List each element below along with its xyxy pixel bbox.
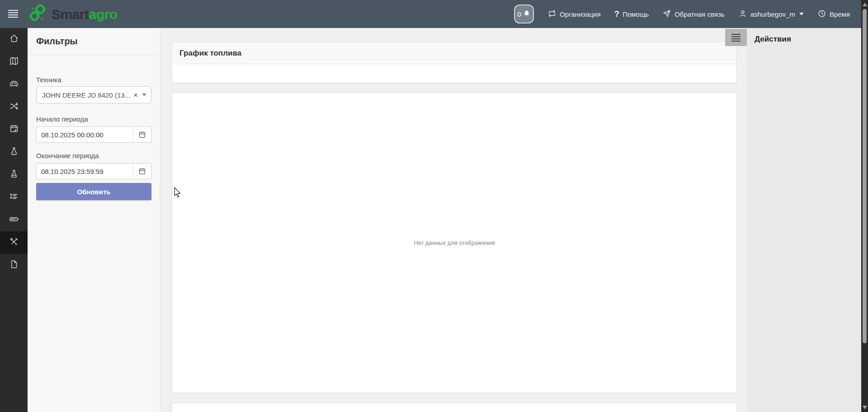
- actions-panel-toggle-button[interactable]: [725, 29, 747, 46]
- calendar-edit-icon: [9, 124, 19, 136]
- sidebar-item-agrochemistry[interactable]: [0, 141, 28, 164]
- repeat-icon: [547, 9, 557, 19]
- scrollbar-thumb[interactable]: [863, 9, 867, 343]
- filters-panel: Фильтры Техника JOHN DEERE JD 8420 (13..…: [28, 28, 160, 412]
- sidebar-item-tasks[interactable]: [0, 186, 28, 209]
- period-start-input[interactable]: [37, 127, 133, 142]
- clear-selection-icon[interactable]: ×: [133, 91, 138, 99]
- user-icon: [738, 9, 747, 19]
- period-end-field: [36, 163, 151, 179]
- bell-icon: [523, 9, 531, 19]
- chevron-down-icon: [799, 13, 804, 15]
- feedback-label: Обратная связь: [675, 10, 725, 18]
- time-menu-item[interactable]: Время: [817, 9, 850, 19]
- map-icon: [9, 56, 19, 68]
- period-start-label: Начало периода: [36, 115, 151, 123]
- notifications-button[interactable]: 0: [514, 5, 534, 23]
- app-window: Smartagro 0 Организация: [0, 0, 868, 412]
- chart-area: Нет данных для отображения: [172, 93, 737, 393]
- question-icon: ?: [614, 9, 620, 19]
- help-label: Помощь: [623, 10, 649, 18]
- sidebar-item-vehicles[interactable]: [0, 73, 28, 96]
- organization-label: Организация: [560, 10, 600, 18]
- flask-icon: [9, 146, 19, 158]
- top-navigation-bar: Smartagro 0 Организация: [0, 0, 868, 28]
- icon-sidebar: [0, 28, 28, 412]
- topbar-menu: 0 Организация ? Помощь: [514, 0, 850, 28]
- main-menu-icon[interactable]: [8, 10, 18, 19]
- list-icon: [9, 192, 19, 203]
- shuffle-icon: [9, 101, 19, 113]
- clock-icon: [817, 9, 826, 19]
- scroll-up-arrow-icon[interactable]: [863, 3, 867, 6]
- flask-alt-icon: [9, 169, 19, 181]
- refresh-button[interactable]: Обновить: [36, 183, 151, 200]
- calendar-icon: [138, 167, 146, 176]
- sidebar-item-sensors[interactable]: [0, 209, 28, 231]
- logo-text: Smartagro: [52, 7, 118, 22]
- filters-title: Фильтры: [28, 28, 160, 55]
- scroll-down-arrow-icon[interactable]: [863, 406, 867, 409]
- sidebar-item-service[interactable]: [0, 231, 28, 254]
- username: ashurbegov_m: [750, 10, 795, 18]
- time-label: Время: [830, 10, 850, 18]
- sidebar-item-planning[interactable]: [0, 118, 28, 141]
- actions-panel: Действия: [747, 28, 861, 412]
- actions-title: Действия: [747, 28, 861, 44]
- send-icon: [662, 9, 671, 19]
- period-end-label: Окончание периода: [36, 152, 151, 159]
- tools-icon: [9, 237, 19, 248]
- organization-menu-item[interactable]: Организация: [547, 9, 600, 19]
- help-menu-item[interactable]: ? Помощь: [614, 9, 649, 19]
- period-end-calendar-button[interactable]: [133, 164, 151, 179]
- bottom-card: [172, 403, 737, 412]
- sidebar-item-map[interactable]: [0, 51, 28, 73]
- sidebar-item-reports[interactable]: [0, 254, 28, 276]
- vertical-scrollbar[interactable]: [861, 0, 868, 412]
- sidebar-item-routes[interactable]: [0, 96, 28, 118]
- tehnika-select[interactable]: JOHN DEERE JD 8420 (13... ×: [36, 86, 151, 103]
- smartagro-logo-icon: [27, 3, 48, 26]
- period-start-calendar-button[interactable]: [133, 127, 151, 142]
- car-icon: [9, 79, 19, 90]
- document-icon: [9, 259, 19, 271]
- sidebar-item-home[interactable]: [0, 28, 28, 51]
- select-caret-icon: [142, 94, 146, 96]
- home-icon: [9, 33, 19, 45]
- period-start-field: [36, 126, 151, 143]
- no-data-message: Нет данных для отображения: [414, 239, 495, 246]
- period-end-input[interactable]: [37, 164, 133, 179]
- sidebar-item-samples[interactable]: [0, 164, 28, 186]
- notification-count: 0: [517, 10, 521, 18]
- calendar-icon: [138, 131, 146, 139]
- tehnika-selected-value: JOHN DEERE JD 8420 (13...: [42, 91, 132, 99]
- fuel-chart-title: График топлива: [172, 42, 736, 64]
- logo[interactable]: Smartagro: [27, 3, 118, 26]
- user-menu-item[interactable]: ashurbegov_m: [738, 9, 804, 19]
- hamburger-icon: [731, 34, 741, 35]
- feedback-menu-item[interactable]: Обратная связь: [662, 9, 725, 19]
- battery-icon: [9, 214, 19, 226]
- tehnika-label: Техника: [36, 76, 151, 84]
- fuel-chart-card: График топлива: [172, 42, 737, 83]
